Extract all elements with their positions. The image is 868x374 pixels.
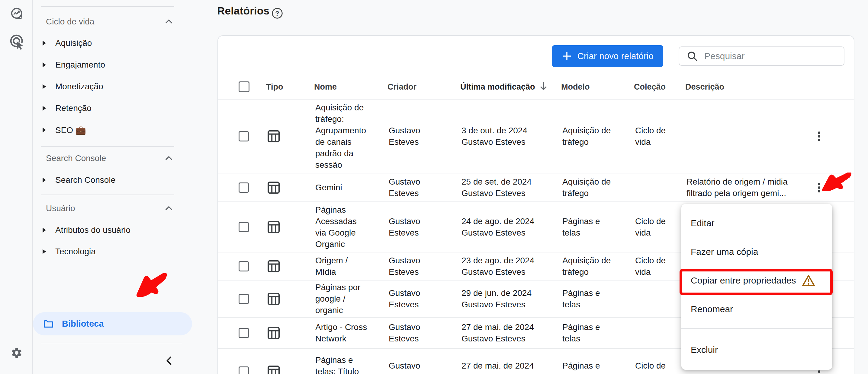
report-type-cell xyxy=(267,327,315,339)
sidebar-item[interactable]: Search Console xyxy=(41,169,180,191)
search-input[interactable] xyxy=(704,51,819,61)
report-modified-cell: 27 de mai. de 2024Gustavo Esteves xyxy=(462,321,546,344)
row-context-menu: EditarFazer uma cópiaCopiar entre propri… xyxy=(681,204,832,370)
report-collection: Ciclo de vida xyxy=(635,360,673,374)
row-checkbox[interactable] xyxy=(239,182,249,193)
report-nav-sidebar: Ciclo de vidaAquisiçãoEngajamentoMonetiz… xyxy=(33,0,192,374)
report-modified-by: Gustavo Esteves xyxy=(462,227,546,239)
menu-item-label: Fazer uma cópia xyxy=(691,247,758,257)
report-name[interactable]: Páginas por google / organic xyxy=(315,282,370,316)
report-name[interactable]: Aquisição de tráfego: Agrupamento de can… xyxy=(315,102,370,171)
caret-right-icon xyxy=(42,228,46,233)
sidebar-item[interactable]: Retenção xyxy=(41,97,180,119)
create-report-button[interactable]: Criar novo relatório xyxy=(552,45,663,67)
report-creator: Gustavo Esteves xyxy=(389,176,430,199)
sidebar-item[interactable]: Aquisição xyxy=(41,32,180,54)
row-checkbox[interactable] xyxy=(239,131,249,141)
report-modified-by: Gustavo Esteves xyxy=(462,333,546,344)
column-header-modelo[interactable]: Modelo xyxy=(561,82,634,92)
menu-item-3[interactable]: Renomear xyxy=(681,295,832,323)
report-modified-date: 3 de out. de 2024 xyxy=(462,125,546,136)
sidebar-item-label: Retenção xyxy=(55,103,92,113)
collapse-sidebar-button[interactable] xyxy=(162,353,176,368)
report-model: Páginas e telas xyxy=(562,216,617,239)
sidebar-section-header[interactable]: Ciclo de vida xyxy=(41,11,180,33)
report-collection: Ciclo de vida xyxy=(635,125,673,148)
sidebar-item[interactable]: SEO 💼 xyxy=(41,119,180,141)
table-row[interactable]: Aquisição de tráfego: Agrupamento de can… xyxy=(218,100,854,173)
report-modified-cell: 23 de ago. de 2024Gustavo Esteves xyxy=(462,255,546,278)
caret-right-icon xyxy=(42,128,46,132)
report-name[interactable]: Páginas Acessadas via Google Organic xyxy=(315,204,370,250)
sidebar-top-divider xyxy=(41,6,174,7)
report-type-cell xyxy=(267,293,315,305)
table-chart-icon xyxy=(267,130,280,143)
row-checkbox[interactable] xyxy=(239,261,249,271)
sidebar-item-label: Atributos do usuário xyxy=(55,225,130,235)
caret-right-icon xyxy=(42,249,46,254)
sidebar-item[interactable]: Engajamento xyxy=(41,54,180,76)
column-header-tipo[interactable]: Tipo xyxy=(266,82,314,92)
report-name[interactable]: Gemini xyxy=(315,182,370,193)
menu-item-1[interactable]: Fazer uma cópia xyxy=(681,237,832,266)
settings-nav-icon[interactable] xyxy=(0,347,33,359)
row-checkbox[interactable] xyxy=(239,222,249,232)
report-modified-cell: 3 de out. de 2024Gustavo Esteves xyxy=(462,125,546,148)
sidebar-section-header[interactable]: Usuário xyxy=(41,198,180,219)
sidebar-divider xyxy=(41,195,174,195)
report-type-cell xyxy=(267,130,315,143)
report-name[interactable]: Origem / Mídia xyxy=(315,255,370,278)
report-type-cell xyxy=(267,365,315,374)
column-header-nome[interactable]: Nome xyxy=(314,82,388,92)
sidebar-item[interactable]: Atributos do usuário xyxy=(41,219,180,241)
chevron-up-icon xyxy=(165,204,173,213)
row-menu-kebab-icon[interactable] xyxy=(814,181,825,194)
report-name[interactable]: Páginas e telas: Título da página xyxy=(315,354,370,374)
sidebar-item-library[interactable]: Biblioteca xyxy=(33,312,192,335)
report-creator: Gustavo Esteves xyxy=(389,321,430,344)
row-checkbox[interactable] xyxy=(239,328,249,338)
row-checkbox[interactable] xyxy=(239,294,249,304)
plus-icon xyxy=(562,51,572,61)
report-model: Páginas e telas xyxy=(562,287,617,310)
table-row[interactable]: Gemini Gustavo Esteves 25 de set. de 202… xyxy=(218,173,854,202)
report-modified-date: 27 de mai. de 2024 xyxy=(462,321,546,333)
menu-divider xyxy=(681,328,832,329)
chevron-up-icon xyxy=(165,17,173,27)
menu-item-0[interactable]: Editar xyxy=(681,209,832,237)
report-type-cell xyxy=(267,181,315,194)
sidebar-item[interactable]: Monetização xyxy=(41,76,180,97)
column-header-colecao[interactable]: Coleção xyxy=(634,82,685,92)
sidebar-item-label: Tecnologia xyxy=(55,247,96,257)
menu-item-2[interactable]: Copiar entre propriedades xyxy=(681,266,832,295)
menu-item-4[interactable]: Excluir xyxy=(681,335,832,364)
sidebar-bottom-divider xyxy=(41,343,182,343)
section-label: Usuário xyxy=(46,204,75,213)
caret-right-icon xyxy=(42,62,46,67)
sidebar-item[interactable]: Tecnologia xyxy=(41,241,180,262)
select-all-checkbox[interactable] xyxy=(239,81,249,92)
section-label: Search Console xyxy=(46,154,106,163)
chevron-up-icon xyxy=(165,154,173,163)
sidebar-item-label: Search Console xyxy=(55,175,115,185)
caret-right-icon xyxy=(42,178,46,182)
column-header-descricao[interactable]: Descrição xyxy=(685,82,802,92)
report-creator: Gustavo Esteves xyxy=(389,360,430,374)
caret-right-icon xyxy=(42,84,46,89)
sidebar-section-header[interactable]: Search Console xyxy=(41,147,180,169)
report-collection: Ciclo de vida xyxy=(635,216,673,239)
row-menu-kebab-icon[interactable] xyxy=(814,130,825,143)
nav-rail xyxy=(0,0,33,374)
row-checkbox[interactable] xyxy=(239,367,249,374)
help-icon[interactable] xyxy=(272,7,283,20)
report-model: Páginas e telas xyxy=(562,360,617,374)
column-header-criador[interactable]: Criador xyxy=(388,82,460,92)
search-box xyxy=(679,46,844,66)
advertising-nav-icon[interactable] xyxy=(0,34,33,51)
report-name[interactable]: Artigo - Cross Network xyxy=(315,321,370,344)
column-header-ultima-modificacao[interactable]: Última modificação xyxy=(460,81,561,93)
reports-nav-icon[interactable] xyxy=(0,6,33,21)
table-header-row: Tipo Nome Criador Última modificação Mod… xyxy=(218,67,854,100)
report-modified-by: Gustavo Esteves xyxy=(462,188,546,199)
report-creator: Gustavo Esteves xyxy=(389,255,430,278)
